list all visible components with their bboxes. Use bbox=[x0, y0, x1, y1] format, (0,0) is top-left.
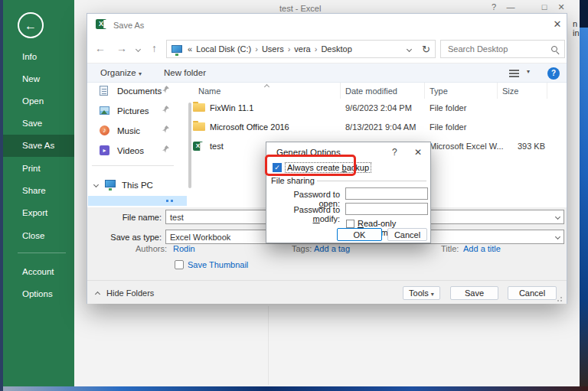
file-row-name[interactable]: Microsoft Office 2016 bbox=[210, 122, 289, 132]
nav-pane-divider bbox=[92, 165, 174, 166]
save-thumbnail-label[interactable]: Save Thumbnail bbox=[188, 260, 248, 269]
search-icon[interactable] bbox=[551, 46, 557, 52]
breadcrumb-segment[interactable]: Users bbox=[262, 44, 284, 54]
general-options-help-icon[interactable]: ? bbox=[392, 147, 397, 158]
pin-icon[interactable] bbox=[162, 86, 169, 95]
new-folder-button[interactable]: New folder bbox=[164, 68, 206, 77]
column-separator[interactable] bbox=[497, 83, 498, 99]
dialog-toolbar: Organize ▾ New folder ▾ ? bbox=[87, 63, 567, 83]
label-text: R bbox=[358, 219, 364, 228]
pin-icon[interactable] bbox=[162, 125, 169, 135]
search-input[interactable] bbox=[448, 44, 551, 54]
nav-item-music[interactable]: Music bbox=[117, 126, 140, 135]
folder-icon bbox=[193, 122, 205, 131]
backstage-divider bbox=[268, 306, 269, 385]
explorer-help-icon[interactable]: ? bbox=[547, 67, 560, 80]
file-row-type: File folder bbox=[430, 122, 466, 132]
this-pc-expand-chevron-icon[interactable] bbox=[93, 182, 99, 187]
title-value[interactable]: Add a title bbox=[463, 244, 501, 253]
cancel-button[interactable]: Cancel bbox=[508, 286, 557, 300]
sort-ascending-icon[interactable] bbox=[264, 84, 270, 90]
pin-icon[interactable] bbox=[162, 145, 169, 155]
pin-icon[interactable] bbox=[162, 106, 169, 115]
tools-button[interactable]: Tools ▾ bbox=[403, 286, 440, 300]
maximize-icon[interactable]: □ bbox=[536, 2, 553, 12]
column-separator[interactable] bbox=[340, 83, 341, 99]
resize-grip[interactable] bbox=[560, 297, 562, 298]
search-box[interactable] bbox=[440, 40, 565, 58]
nav-item-this-pc[interactable]: This PC bbox=[122, 181, 153, 190]
file-row-size: 393 KB bbox=[498, 142, 545, 151]
column-header-size[interactable]: Size bbox=[502, 86, 518, 96]
view-dropdown-icon[interactable]: ▾ bbox=[527, 68, 530, 75]
general-options-close-icon[interactable]: ✕ bbox=[414, 147, 422, 158]
tags-label: Tags: bbox=[292, 244, 312, 253]
address-bar[interactable]: « Local Disk (C:) › Users › vera › Deskt… bbox=[166, 40, 436, 58]
address-dropdown-chevron-icon[interactable] bbox=[407, 46, 412, 51]
file-row-type: File folder bbox=[430, 103, 466, 112]
save-button[interactable]: Save bbox=[450, 286, 498, 300]
nav-selected-item[interactable] bbox=[88, 196, 187, 206]
desktop-edge-right bbox=[580, 28, 588, 391]
nav-up-icon[interactable]: ↑ bbox=[152, 42, 157, 54]
ok-button[interactable]: OK bbox=[337, 228, 382, 241]
sidebar-item-print[interactable]: Print bbox=[3, 158, 74, 180]
nav-scrollbar[interactable] bbox=[188, 103, 191, 188]
dialog-close-icon[interactable]: ✕ bbox=[550, 18, 565, 30]
save-type-dropdown-chevron-icon[interactable] bbox=[555, 234, 560, 239]
hide-folders-button[interactable]: Hide Folders bbox=[106, 288, 154, 298]
nav-item-videos[interactable]: Videos bbox=[117, 146, 144, 155]
column-header-name[interactable]: Name bbox=[198, 86, 220, 96]
sidebar-divider bbox=[18, 253, 66, 253]
password-modify-input[interactable] bbox=[345, 203, 428, 215]
organize-button[interactable]: Organize ▾ bbox=[100, 68, 142, 77]
sidebar-item-export[interactable]: Export bbox=[3, 202, 74, 224]
sidebar-item-info[interactable]: Info bbox=[3, 46, 74, 68]
nav-item-pictures[interactable]: Pictures bbox=[117, 106, 149, 116]
close-icon[interactable]: ✕ bbox=[553, 2, 570, 12]
column-separator[interactable] bbox=[547, 83, 547, 99]
sidebar-item-new[interactable]: New bbox=[3, 68, 74, 90]
file-row-date: 9/6/2023 2:04 PM bbox=[345, 103, 412, 112]
file-row-name[interactable]: FixWin 11.1 bbox=[210, 103, 253, 112]
documents-icon bbox=[100, 86, 108, 96]
file-name-dropdown-chevron-icon[interactable] bbox=[555, 214, 560, 220]
sidebar-item-save-as[interactable]: Save As bbox=[3, 135, 74, 157]
tools-dropdown-icon: ▾ bbox=[431, 291, 434, 298]
read-only-checkbox[interactable] bbox=[346, 220, 354, 228]
nav-history-chevron-icon[interactable] bbox=[136, 47, 141, 52]
breadcrumb-segment[interactable]: Local Disk (C:) bbox=[196, 44, 251, 54]
sidebar-item-account[interactable]: Account bbox=[3, 261, 74, 283]
nav-forward-icon[interactable]: → bbox=[116, 42, 127, 54]
authors-value[interactable]: Rodin bbox=[173, 244, 195, 253]
sign-in-label[interactable]: n in bbox=[573, 19, 580, 37]
password-open-input[interactable] bbox=[345, 187, 428, 200]
nav-back-icon[interactable]: ← bbox=[95, 42, 106, 54]
authors-label: Authors: bbox=[118, 244, 167, 253]
sidebar-item-close[interactable]: Close bbox=[3, 225, 74, 247]
minimize-icon[interactable]: — bbox=[502, 2, 519, 12]
label-text: odify: bbox=[320, 214, 340, 223]
back-button[interactable]: ← bbox=[18, 12, 44, 38]
breadcrumb-segment[interactable]: Desktop bbox=[321, 44, 351, 54]
nav-item-documents[interactable]: Documents bbox=[117, 86, 162, 96]
sidebar-item-share[interactable]: Share bbox=[3, 180, 74, 202]
music-icon: ♪ bbox=[100, 125, 109, 135]
sidebar-item-options[interactable]: Options bbox=[3, 283, 74, 305]
help-icon[interactable]: ? bbox=[485, 2, 502, 12]
column-header-type[interactable]: Type bbox=[430, 86, 448, 96]
tags-value[interactable]: Add a tag bbox=[314, 244, 350, 253]
file-sharing-group-label: File sharing bbox=[271, 176, 315, 185]
group-divider bbox=[317, 181, 426, 181]
refresh-icon[interactable]: ↻ bbox=[422, 44, 430, 55]
sidebar-item-save[interactable]: Save bbox=[3, 112, 74, 135]
file-row-name[interactable]: test bbox=[210, 142, 224, 151]
column-separator[interactable] bbox=[424, 83, 425, 99]
view-mode-icon[interactable] bbox=[509, 70, 519, 71]
save-thumbnail-checkbox[interactable] bbox=[175, 260, 184, 269]
column-header-date[interactable]: Date modified bbox=[345, 86, 397, 96]
sidebar-item-open[interactable]: Open bbox=[3, 90, 74, 112]
breadcrumb-segment[interactable]: vera bbox=[294, 44, 310, 54]
general-options-cancel-button[interactable]: Cancel bbox=[387, 228, 427, 241]
label-text: Password to bbox=[293, 190, 340, 199]
